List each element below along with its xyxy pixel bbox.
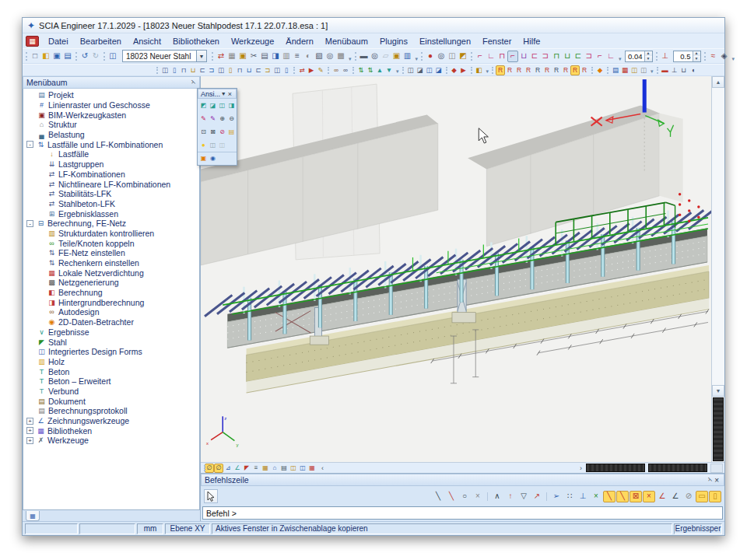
status-units[interactable]: mm <box>137 523 163 534</box>
section-icon-1[interactable]: ◫ <box>160 65 170 75</box>
triangle-icon[interactable]: ⊿ <box>223 464 233 473</box>
section-icon-10[interactable]: ⊔ <box>244 65 254 75</box>
new-truss-icon[interactable]: ⊏ <box>529 51 540 62</box>
save-view-icon[interactable]: ▤ <box>227 128 236 137</box>
menu-item-plugins[interactable]: Plugins <box>374 36 413 47</box>
tree-item-lastfälle[interactable]: ↓Lastfälle <box>23 149 199 159</box>
expand-icon[interactable]: + <box>26 418 33 425</box>
section-icon-12[interactable]: ⊐ <box>263 65 272 75</box>
snap-delete-icon[interactable]: × <box>472 491 484 502</box>
copy-window3-icon[interactable]: ◫ <box>425 65 434 75</box>
menu-item-werkzeuge[interactable]: Werkzeuge <box>226 36 279 47</box>
tree-item-strukturdaten-kontrollieren[interactable]: ▥Strukturdaten kontrollieren <box>23 229 199 239</box>
tree-item-ergebnisse[interactable]: ∨Ergebnisse <box>23 327 199 338</box>
tree-item-verbund[interactable]: TVerbund <box>23 387 199 397</box>
hatch-icon[interactable]: ▧ <box>314 51 324 62</box>
copy-window4-icon[interactable]: ◪ <box>434 65 444 75</box>
window1-icon[interactable]: ◫ <box>289 464 298 473</box>
menu-item-hilfe[interactable]: Hilfe <box>517 36 545 47</box>
spinner-down-icon[interactable]: ▼ <box>645 56 652 61</box>
scale-factor-value[interactable]: 0.5 <box>674 51 693 61</box>
section-icon-14[interactable]: ▯ <box>282 65 291 75</box>
frame-icon[interactable]: ▥ <box>281 51 292 62</box>
spinner-down-icon[interactable]: ▼ <box>693 56 700 61</box>
channel-icon[interactable]: ⊔ <box>679 65 689 75</box>
binoculars-icon[interactable]: ◎ <box>370 51 381 62</box>
tree-item-autodesign[interactable]: ∞Autodesign <box>23 307 199 317</box>
pin-icon[interactable]: ⊦ <box>188 77 198 87</box>
chain-icon[interactable]: ∞ <box>331 65 341 75</box>
angle-icon[interactable]: ∠ <box>233 464 242 473</box>
menu-item-ansicht[interactable]: Ansicht <box>128 36 167 47</box>
gallery2-icon[interactable]: ▣ <box>391 51 402 62</box>
dim-icon[interactable]: ◈ <box>719 51 730 62</box>
snap-null-icon[interactable]: ⊘ <box>682 491 695 502</box>
zoom-in-icon[interactable]: ⊕ <box>218 114 226 124</box>
zoom-all-icon[interactable]: ⊠ <box>209 128 217 137</box>
dark-scrollbar-thumb[interactable] <box>713 397 724 461</box>
tree-item-stahlbeton-lfk[interactable]: ⇄Stahlbeton-LFK <box>23 199 199 209</box>
menu-item-aendern[interactable]: Ändern <box>280 36 318 47</box>
perp-icon[interactable]: ⊥ <box>670 65 679 75</box>
report4-icon[interactable]: ◫ <box>639 65 648 75</box>
house-icon[interactable]: ⌂ <box>270 464 279 473</box>
view-side-icon[interactable]: ◫ <box>218 101 226 110</box>
edit-icon[interactable]: ✎ <box>316 65 325 75</box>
snap-brick-icon[interactable]: ▭ <box>696 491 708 502</box>
section-icon-13[interactable]: ◫ <box>272 65 282 75</box>
scroll-left-icon[interactable]: ‹ <box>318 464 327 472</box>
tree-item-stabilitäts-lfk[interactable]: ⇄Stabilitäts-LFK <box>23 189 199 199</box>
picture-icon[interactable]: ◨ <box>270 51 281 62</box>
result-b7-icon[interactable]: R <box>552 65 561 75</box>
tree-item-rechenkern-einstellen[interactable]: ⇅Rechenkern einstellen <box>23 258 199 268</box>
zoom-doc-icon[interactable]: ◎ <box>436 51 447 62</box>
tree-item-holz[interactable]: ▥Holz <box>23 357 199 367</box>
tree-item-lokale-netzverdichtung[interactable]: ▦Lokale Netzverdichtung <box>23 268 199 278</box>
status-ergebnis-button[interactable]: Ergebnissper <box>674 523 722 534</box>
target-icon[interactable]: ◎ <box>324 51 335 62</box>
tree-item-berechnungsprotokoll[interactable]: ▤Berechnungsprotokoll <box>23 406 199 416</box>
new-haunch-icon[interactable]: ⊏ <box>573 51 584 62</box>
result-b4-icon[interactable]: R <box>524 65 533 75</box>
snap-box-icon[interactable]: ⊠ <box>630 491 642 502</box>
tree-item-teile-knoten-koppeln[interactable]: ∞Teile/Knoten koppeln <box>23 238 199 248</box>
chain2-icon[interactable]: ∞ <box>341 65 350 75</box>
collapse-icon[interactable]: - <box>26 141 33 148</box>
jet-icon[interactable]: ▶ <box>307 65 316 75</box>
tree-item-stahl[interactable]: ◤Stahl <box>23 337 199 347</box>
raise-icon[interactable]: ▲ <box>375 65 384 75</box>
menu-item-bearbeiten[interactable]: Bearbeiten <box>75 36 127 47</box>
scroll-right-icon[interactable]: › <box>577 464 585 472</box>
section-icon-11[interactable]: ⊏ <box>254 65 263 75</box>
lower-icon[interactable]: ▼ <box>384 65 394 75</box>
menu-item-menubaum[interactable]: Menübaum <box>320 36 374 47</box>
result-b10-icon[interactable]: R <box>580 65 589 75</box>
expand-icon[interactable]: + <box>26 437 33 444</box>
corner-icon[interactable]: ◩ <box>458 51 468 62</box>
wave-icon[interactable]: ≈ <box>708 51 719 62</box>
section-icon-8[interactable]: ▯ <box>226 65 235 75</box>
snap-line-red-icon[interactable]: ╲ <box>445 491 458 502</box>
plane-icon[interactable]: ▶ <box>459 65 468 75</box>
tree-item-werkzeuge[interactable]: +✗Werkzeuge <box>23 436 199 446</box>
section-icon-3[interactable]: ⊓ <box>179 65 188 75</box>
save-icon[interactable]: ▤ <box>62 51 73 62</box>
close-icon[interactable]: × <box>226 90 233 98</box>
chevron-down-icon[interactable]: ▼ <box>221 91 226 96</box>
section-icon-4[interactable]: ⊔ <box>188 65 198 75</box>
zoom-window-icon[interactable]: ⊡ <box>199 128 208 137</box>
new-bracing-icon[interactable]: ⊔ <box>562 51 573 62</box>
tree-item-projekt[interactable]: ▤Projekt <box>23 90 199 100</box>
snap-ang1-icon[interactable]: ∠ <box>656 491 668 502</box>
new-grid-member-icon[interactable]: ⊓ <box>551 51 562 62</box>
split-icon[interactable]: ◫ <box>447 51 458 62</box>
diamond-icon[interactable]: ◆ <box>450 65 459 75</box>
snap-circle-icon[interactable]: ○ <box>458 491 471 502</box>
snap-brick2-icon[interactable]: ▯ <box>709 491 721 502</box>
view-iso-icon[interactable]: ◩ <box>199 101 208 110</box>
link-icon[interactable]: ⇄ <box>216 51 226 62</box>
report-icon[interactable]: ▤ <box>611 65 620 75</box>
scroll-down-icon[interactable]: ▼ <box>712 385 724 397</box>
save-all-icon[interactable]: ▣ <box>51 51 62 62</box>
cut-icon[interactable]: ✂ <box>248 51 259 62</box>
